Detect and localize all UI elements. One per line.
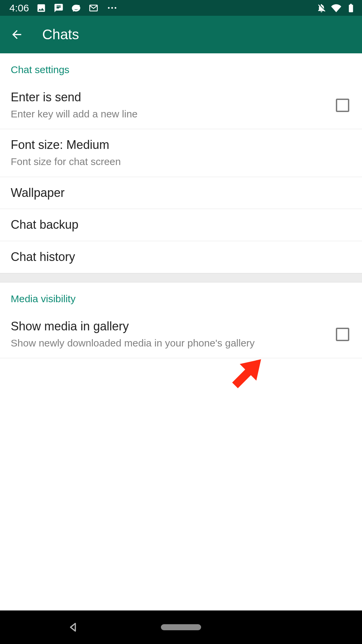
enter-is-send-item[interactable]: Enter is send Enter key will add a new l…: [0, 82, 362, 129]
wallpaper-title: Wallpaper: [11, 185, 343, 201]
navigation-bar: [0, 610, 362, 644]
status-bar: 4:06: [0, 0, 362, 16]
wifi-icon: [331, 3, 341, 13]
section-divider: [0, 273, 362, 282]
show-media-subtitle: Show newly downloaded media in your phon…: [11, 336, 328, 350]
show-media-item[interactable]: Show media in gallery Show newly downloa…: [0, 311, 362, 358]
status-time: 4:06: [9, 2, 29, 14]
settings-content: Chat settings Enter is send Enter key wi…: [0, 53, 362, 610]
notification-muted-icon: [316, 3, 326, 13]
message-icon: [54, 3, 64, 13]
enter-is-send-checkbox[interactable]: [336, 99, 349, 112]
enter-is-send-title: Enter is send: [11, 90, 328, 105]
back-arrow-icon[interactable]: [10, 28, 23, 41]
show-media-checkbox[interactable]: [336, 328, 349, 341]
page-title: Chats: [42, 26, 79, 43]
battery-icon: [346, 3, 356, 13]
app-bar: Chats: [0, 16, 362, 53]
wallpaper-item[interactable]: Wallpaper: [0, 177, 362, 209]
nav-back-icon[interactable]: [68, 622, 79, 633]
more-icon: [108, 3, 118, 13]
show-media-title: Show media in gallery: [11, 319, 328, 334]
reddit-icon: [71, 3, 81, 13]
section-header-media-visibility: Media visibility: [0, 282, 362, 311]
chat-backup-item[interactable]: Chat backup: [0, 209, 362, 241]
chat-backup-title: Chat backup: [11, 217, 343, 233]
gmail-icon: [88, 3, 99, 13]
nav-home-pill[interactable]: [161, 624, 201, 630]
font-size-subtitle: Font size for chat screen: [11, 155, 343, 169]
enter-is-send-subtitle: Enter key will add a new line: [11, 107, 328, 121]
font-size-item[interactable]: Font size: Medium Font size for chat scr…: [0, 129, 362, 177]
section-header-chat-settings: Chat settings: [0, 53, 362, 82]
font-size-title: Font size: Medium: [11, 137, 343, 153]
chat-history-item[interactable]: Chat history: [0, 241, 362, 273]
image-icon: [36, 3, 46, 13]
chat-history-title: Chat history: [11, 249, 343, 265]
